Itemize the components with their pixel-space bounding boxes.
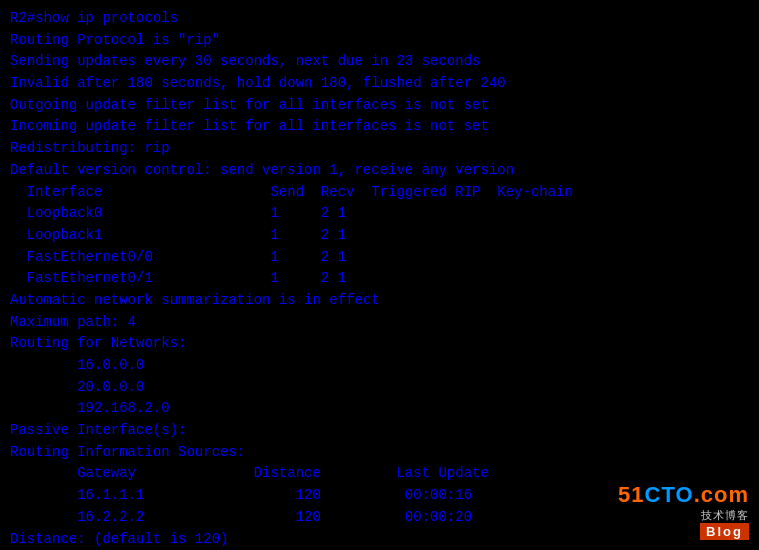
terminal-line: Loopback0 1 2 1 [10,203,749,225]
terminal-line: Default version control: send version 1,… [10,160,749,182]
terminal-line: 16.0.0.0 [10,355,749,377]
terminal-line: FastEthernet0/0 1 2 1 [10,247,749,269]
terminal-line: Incoming update filter list for all inte… [10,116,749,138]
terminal-line: Loopback1 1 2 1 [10,225,749,247]
terminal-line: Routing for Networks: [10,333,749,355]
terminal-line: 20.0.0.0 [10,377,749,399]
terminal-line: 192.168.2.0 [10,398,749,420]
terminal-line: Outgoing update filter list for all inte… [10,95,749,117]
watermark-blog: Blog [700,523,749,540]
terminal-line: Interface Send Recv Triggered RIP Key-ch… [10,182,749,204]
terminal-line: Maximum path: 4 [10,312,749,334]
terminal-line: Routing Protocol is "rip" [10,30,749,52]
terminal-line: Passive Interface(s): [10,420,749,442]
terminal-line: Redistributing: rip [10,138,749,160]
terminal-content: R2#show ip protocolsRouting Protocol is … [10,8,749,550]
terminal-line: Automatic network summarization is in ef… [10,290,749,312]
terminal-line: Routing Information Sources: [10,442,749,464]
terminal-line: Sending updates every 30 seconds, next d… [10,51,749,73]
terminal-line: R2#show ip protocols [10,8,749,30]
terminal-line: Invalid after 180 seconds, hold down 180… [10,73,749,95]
watermark-logo: 51CTO.com [618,482,749,508]
terminal-line: FastEthernet0/1 1 2 1 [10,268,749,290]
watermark: 51CTO.com 技术博客 Blog [618,482,749,540]
terminal-window: R2#show ip protocolsRouting Protocol is … [0,0,759,550]
watermark-subtitle: 技术博客 [701,508,749,523]
